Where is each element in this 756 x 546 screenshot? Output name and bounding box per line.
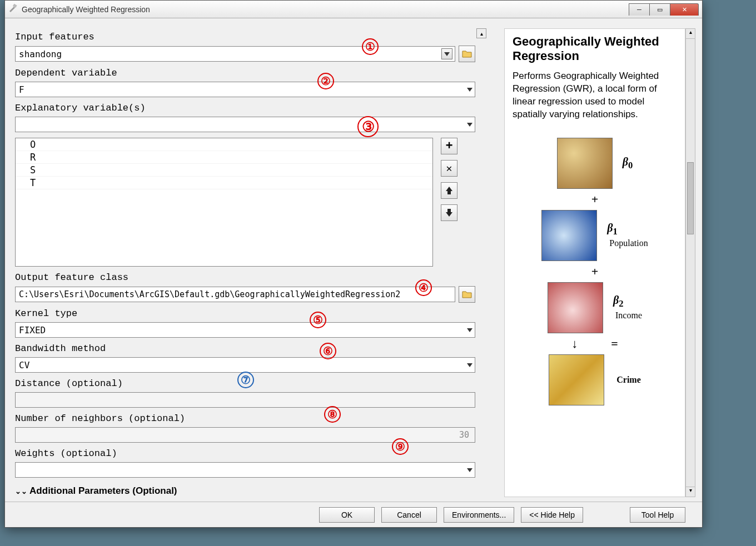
move-up-button[interactable] — [441, 182, 457, 199]
browse-output-button[interactable] — [459, 286, 475, 303]
distance-input[interactable] — [15, 392, 475, 408]
titlebar[interactable]: Geographically Weighted Regression ─ ▭ ✕ — [5, 1, 702, 18]
kernel-type-label: Kernel type — [15, 308, 475, 319]
explanatory-variable-combo[interactable] — [15, 117, 475, 132]
list-item[interactable]: S — [16, 164, 432, 177]
bandwidth-method-combo[interactable]: CV — [15, 357, 475, 373]
browse-input-button[interactable] — [459, 46, 475, 62]
output-feature-class-label: Output feature class — [15, 272, 475, 283]
maximize-button[interactable]: ▭ — [649, 3, 670, 16]
additional-params-label: Additional Parameters (Optional) — [29, 485, 177, 496]
neighbors-value: 30 — [459, 430, 469, 440]
environments-button[interactable]: Environments... — [444, 507, 514, 523]
remove-item-button[interactable]: ✕ — [441, 160, 457, 177]
income-label: Income — [615, 310, 642, 320]
dropdown-icon — [467, 468, 472, 472]
beta2-label: β2 — [613, 294, 624, 306]
down-arrow-icon: ↓ — [571, 337, 578, 351]
diagram-population-map — [541, 210, 597, 261]
cancel-button[interactable]: Cancel — [381, 507, 437, 523]
help-panel: Geographically Weighted Regression Perfo… — [488, 28, 695, 497]
minimize-button[interactable]: ─ — [629, 3, 650, 16]
close-button[interactable]: ✕ — [670, 3, 699, 16]
weights-combo[interactable] — [15, 462, 475, 478]
explanatory-variables-listbox[interactable]: O R S T — [15, 138, 433, 267]
help-title: Geographically Weighted Regression — [513, 34, 677, 63]
dropdown-icon — [467, 88, 472, 92]
help-scrollbar[interactable]: ▴ ▾ — [685, 28, 695, 497]
hammer-icon — [8, 3, 18, 15]
ok-button[interactable]: OK — [319, 507, 375, 523]
scrollbar-thumb[interactable] — [687, 162, 694, 234]
diagram-crime-map — [549, 354, 604, 405]
list-item[interactable]: T — [16, 177, 432, 189]
distance-label: Distance (optional) — [15, 378, 475, 389]
gwr-dialog-window: Geographically Weighted Regression ─ ▭ ✕… — [4, 0, 703, 528]
dropdown-icon[interactable] — [441, 48, 452, 59]
add-item-button[interactable]: + — [441, 138, 457, 154]
bandwidth-method-value: CV — [19, 360, 29, 370]
neighbors-input[interactable]: 30 — [15, 427, 475, 443]
input-features-value: shandong — [19, 49, 62, 59]
hide-help-button[interactable]: << Hide Help — [521, 507, 583, 523]
dependent-variable-combo[interactable]: F — [15, 82, 475, 97]
equals-sign: = — [611, 337, 618, 351]
dependent-variable-label: Dependent variable — [15, 68, 475, 78]
population-label: Population — [609, 238, 648, 248]
gwr-diagram: β0 + β1 Population + β2 — [513, 138, 677, 405]
dropdown-icon — [467, 123, 472, 127]
weights-label: Weights (optional) — [15, 448, 475, 459]
explanatory-variables-label: Explanatory variable(s) — [15, 103, 475, 113]
tool-help-button[interactable]: Tool Help — [630, 507, 685, 523]
bandwidth-method-label: Bandwidth method — [15, 343, 475, 354]
beta1-label: β1 — [607, 222, 618, 234]
dependent-variable-value: F — [19, 84, 24, 95]
diagram-intercept-map — [557, 138, 613, 189]
output-feature-class-input[interactable]: C:\Users\Esri\Documents\ArcGIS\Default.g… — [15, 287, 455, 302]
dropdown-icon — [467, 328, 472, 332]
parameters-panel: Input features shandong Dependent variab… — [15, 28, 475, 497]
help-description: Performs Geographically Weighted Regress… — [513, 70, 677, 121]
beta0-label: β0 — [623, 156, 633, 168]
dialog-footer: OK Cancel Environments... << Hide Help T… — [5, 502, 702, 527]
help-content: Geographically Weighted Regression Perfo… — [504, 28, 685, 497]
kernel-type-combo[interactable]: FIXED — [15, 322, 475, 338]
crime-label: Crime — [616, 375, 641, 384]
input-features-label: Input features — [15, 32, 475, 42]
list-item[interactable]: O — [16, 138, 432, 151]
move-down-button[interactable] — [441, 204, 457, 221]
window-title: Geographically Weighted Regression — [22, 5, 629, 14]
scroll-up-button[interactable]: ▴ — [476, 28, 486, 38]
neighbors-label: Number of neighbors (optional) — [15, 413, 475, 424]
input-features-combo[interactable]: shandong — [15, 46, 455, 62]
diagram-income-map — [548, 282, 603, 333]
dropdown-icon — [467, 363, 472, 367]
kernel-type-value: FIXED — [19, 325, 46, 335]
additional-params-expander[interactable]: ⌄⌄ Additional Parameters (Optional) — [15, 485, 475, 497]
chevron-down-icon: ⌄⌄ — [15, 487, 27, 495]
plus-sign: + — [591, 264, 599, 279]
plus-sign: + — [591, 192, 599, 207]
output-feature-class-value: C:\Users\Esri\Documents\ArcGIS\Default.g… — [19, 289, 400, 299]
list-item[interactable]: R — [16, 151, 432, 164]
scroll-up-icon[interactable]: ▴ — [686, 29, 695, 39]
scroll-down-icon[interactable]: ▾ — [686, 487, 695, 497]
